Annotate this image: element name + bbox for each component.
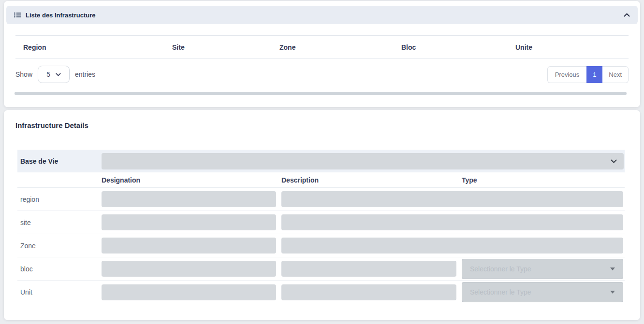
entries-select[interactable]: 5 (38, 66, 70, 83)
row-unit: Unit Selectionner le Type (17, 281, 625, 304)
pagination-page-1-button[interactable]: 1 (586, 66, 602, 83)
type-select-placeholder: Selectionner le Type (470, 288, 531, 296)
chevron-up-icon[interactable] (624, 13, 630, 17)
column-header-designation: Designation (102, 176, 281, 184)
caret-down-icon (610, 268, 615, 270)
base-de-vie-row: Base de Vie (17, 150, 625, 172)
details-form-table: Base de Vie Designation Description Type… (17, 150, 625, 304)
entries-label: entries (75, 70, 95, 78)
panel-header-collapse[interactable]: Liste des Infrastructure (6, 6, 638, 24)
unit-designation-input[interactable] (102, 284, 276, 300)
column-header-region: Region (15, 43, 164, 51)
entries-select-value: 5 (46, 70, 50, 78)
horizontal-scrollbar[interactable] (15, 92, 627, 95)
pagination-next-button[interactable]: Next (602, 66, 629, 83)
row-zone: Zone (17, 234, 625, 257)
region-designation-input[interactable] (102, 191, 276, 207)
pagination-previous-button[interactable]: Previous (547, 66, 587, 83)
site-designation-input[interactable] (102, 214, 276, 230)
row-label: region (17, 196, 102, 203)
column-header-unite: Unite (508, 43, 629, 51)
bloc-type-select[interactable]: Selectionner le Type (462, 259, 623, 279)
pagination: Previous 1 Next (547, 66, 629, 83)
row-region: region (17, 188, 625, 211)
zone-description-input[interactable] (281, 238, 623, 254)
column-header-zone: Zone (272, 43, 394, 51)
column-header-site: Site (164, 43, 272, 51)
infrastructure-details-panel: Infrastructure Details Base de Vie Desig… (4, 110, 640, 320)
unit-description-input[interactable] (281, 284, 456, 300)
row-site: site (17, 211, 625, 234)
site-description-input[interactable] (281, 214, 623, 230)
row-bloc: bloc Selectionner le Type (17, 257, 625, 281)
row-label: site (17, 219, 102, 226)
region-description-input[interactable] (281, 191, 623, 207)
chevron-down-icon (56, 73, 61, 76)
list-icon (14, 12, 21, 18)
row-label: bloc (17, 265, 102, 273)
base-de-vie-select[interactable] (102, 153, 624, 169)
panel-title: Liste des Infrastructure (26, 12, 96, 19)
type-select-placeholder: Selectionner le Type (470, 265, 531, 273)
liste-infrastructure-panel: Liste des Infrastructure Region Site Zon… (4, 1, 640, 107)
column-header-description: Description (281, 176, 462, 184)
details-title: Infrastructure Details (15, 121, 88, 129)
table-controls: Show 5 entries Previous 1 Next (15, 66, 629, 83)
row-label: Zone (17, 242, 102, 250)
base-de-vie-label: Base de Vie (17, 157, 102, 165)
zone-designation-input[interactable] (102, 238, 276, 254)
show-label: Show (15, 70, 32, 78)
list-table-header-row: Region Site Zone Bloc Unite (15, 35, 629, 59)
bloc-description-input[interactable] (281, 261, 456, 277)
unit-type-select[interactable]: Selectionner le Type (462, 282, 623, 302)
bloc-designation-input[interactable] (102, 261, 276, 277)
row-label: Unit (17, 288, 102, 296)
details-column-header-row: Designation Description Type (17, 172, 625, 188)
column-header-bloc: Bloc (394, 43, 508, 51)
column-header-type: Type (462, 176, 625, 184)
chevron-down-icon (611, 159, 617, 163)
caret-down-icon (610, 291, 615, 294)
